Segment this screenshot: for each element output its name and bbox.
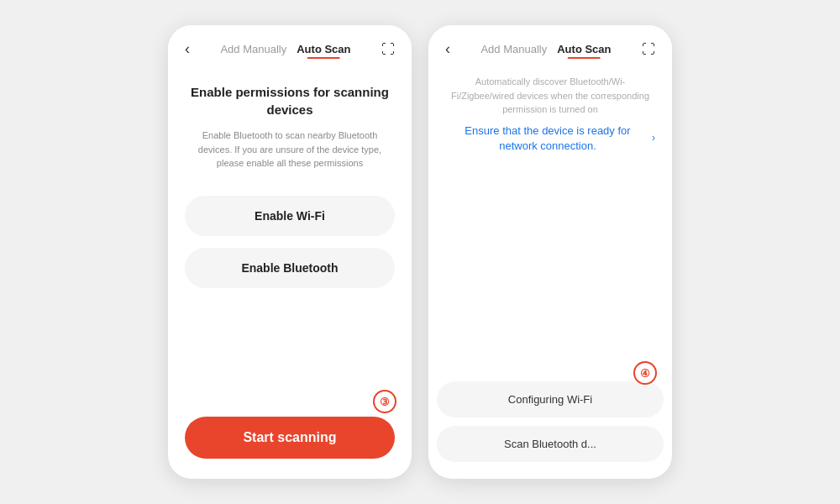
enable-bluetooth-button[interactable]: Enable Bluetooth xyxy=(185,248,395,288)
panel1-heading: Enable permissions for scanning devices xyxy=(185,83,395,118)
back-button-1[interactable]: ‹ xyxy=(185,40,190,58)
panel2-buttons: Configuring Wi-Fi Scan Bluetooth d... xyxy=(428,381,672,479)
panel-2: ‹ Add Manually Auto Scan ⛶ Automatically… xyxy=(428,25,672,479)
tab-auto-scan-1[interactable]: Auto Scan xyxy=(297,43,350,55)
enable-wifi-button[interactable]: Enable Wi-Fi xyxy=(185,196,395,236)
start-scanning-button[interactable]: Start scanning xyxy=(185,417,395,459)
ensure-link-text: Ensure that the device is ready for netw… xyxy=(445,123,650,154)
panel1-content: Enable permissions for scanning devices … xyxy=(168,66,412,417)
scan-bluetooth-button[interactable]: Scan Bluetooth d... xyxy=(437,426,664,462)
chevron-icon: › xyxy=(652,131,655,145)
configuring-wifi-button[interactable]: Configuring Wi-Fi xyxy=(437,381,664,417)
expand-icon-1[interactable]: ⛶ xyxy=(381,42,395,57)
panel2-content: Automatically discover Bluetooth/Wi-Fi/Z… xyxy=(428,66,672,381)
tab-auto-scan-2[interactable]: Auto Scan xyxy=(557,43,611,55)
ensure-link[interactable]: Ensure that the device is ready for netw… xyxy=(445,123,655,154)
step-badge-4: ④ xyxy=(633,361,657,385)
tab-add-manually-1[interactable]: Add Manually xyxy=(220,43,286,55)
nav-bar-2: ‹ Add Manually Auto Scan ⛶ xyxy=(428,25,672,66)
panel2-spacer xyxy=(445,171,655,365)
auto-discover-text: Automatically discover Bluetooth/Wi-Fi/Z… xyxy=(445,75,655,117)
nav-title-group-1: Add Manually Auto Scan xyxy=(220,43,350,55)
nav-bar-1: ‹ Add Manually Auto Scan ⛶ xyxy=(168,25,412,66)
tab-add-manually-2[interactable]: Add Manually xyxy=(480,43,547,55)
step-badge-3: ③ xyxy=(373,390,396,413)
nav-title-group-2: Add Manually Auto Scan xyxy=(480,43,611,55)
expand-icon-2[interactable]: ⛶ xyxy=(642,42,655,57)
panel1-subtext: Enable Bluetooth to scan nearby Bluetoot… xyxy=(185,129,395,171)
panel-1: ‹ Add Manually Auto Scan ⛶ Enable permis… xyxy=(168,25,412,479)
back-button-2[interactable]: ‹ xyxy=(445,40,450,58)
